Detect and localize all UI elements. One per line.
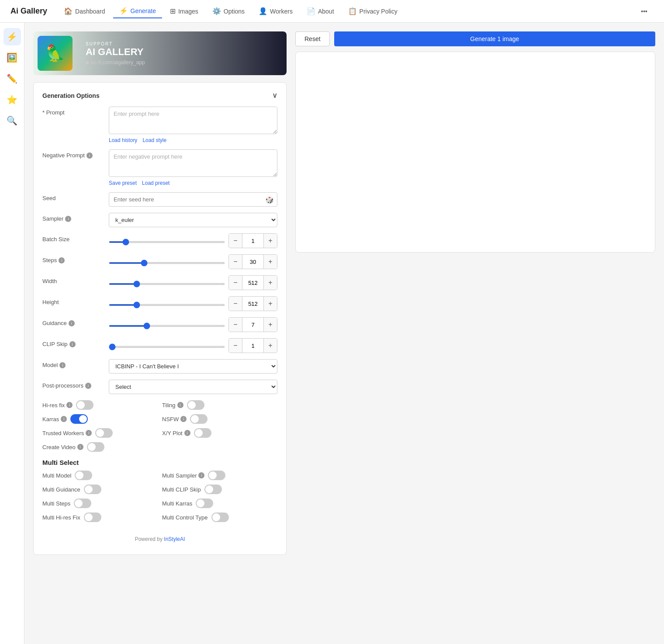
model-control: ICBINP - I Can't Believe I Stable Diffus… xyxy=(109,359,277,374)
tiling-toggle[interactable] xyxy=(187,400,204,410)
create-video-info-icon[interactable]: i xyxy=(77,444,83,450)
multi-guidance-toggle[interactable] xyxy=(84,485,101,494)
support-banner[interactable]: 🦜 SUPPORT AI GALLERY ▶ ko-fi.com/aigalle… xyxy=(33,31,287,75)
steps-increment[interactable]: + xyxy=(264,255,277,269)
batch-size-input[interactable] xyxy=(242,234,264,248)
height-decrement[interactable]: − xyxy=(229,297,242,311)
batch-size-slider[interactable] xyxy=(109,241,225,243)
load-style-button[interactable]: Load style xyxy=(142,137,166,143)
model-select[interactable]: ICBINP - I Can't Believe I Stable Diffus… xyxy=(109,359,277,374)
hi-res-fix-toggle[interactable] xyxy=(76,400,93,410)
negative-prompt-info-icon[interactable]: i xyxy=(86,152,93,159)
save-preset-button[interactable]: Save preset xyxy=(109,180,137,186)
steps-info-icon[interactable]: i xyxy=(59,257,65,263)
hi-res-fix-info-icon[interactable]: i xyxy=(66,402,73,408)
nsfw-toggle[interactable] xyxy=(190,414,208,424)
width-decrement[interactable]: − xyxy=(229,276,242,290)
nav-items: 🏠 Dashboard ⚡ Generate ⊞ Images ⚙️ Optio… xyxy=(58,4,654,18)
width-input[interactable] xyxy=(242,276,264,290)
guidance-increment[interactable]: + xyxy=(264,318,277,332)
karras-info-icon[interactable]: i xyxy=(61,416,67,422)
width-slider[interactable] xyxy=(109,283,225,285)
post-processors-info-icon[interactable]: i xyxy=(85,383,91,389)
post-processors-select[interactable]: Select GFPGAN RealESRGAN_x4plus xyxy=(109,380,277,394)
sidebar-item-edit[interactable]: ✏️ xyxy=(3,70,21,87)
xy-plot-toggle[interactable] xyxy=(194,428,211,438)
footer: Powered by InStyleAI xyxy=(42,529,277,546)
steps-slider[interactable] xyxy=(109,262,225,264)
load-preset-button[interactable]: Load preset xyxy=(142,180,169,186)
workers-icon: 👤 xyxy=(259,7,267,15)
multi-clip-skip-toggle[interactable] xyxy=(204,485,222,494)
guidance-slider[interactable] xyxy=(109,325,225,327)
negative-prompt-textarea[interactable] xyxy=(109,149,277,177)
collapse-icon[interactable]: ∨ xyxy=(272,91,277,100)
height-increment[interactable]: + xyxy=(264,297,277,311)
sidebar-item-favorites[interactable]: ⭐ xyxy=(3,91,21,108)
prompt-control: Load history Load style xyxy=(109,107,277,143)
height-slider[interactable] xyxy=(109,304,225,306)
nav-images-label: Images xyxy=(178,8,198,15)
right-panel: Reset Generate 1 image xyxy=(295,31,655,635)
steps-input[interactable] xyxy=(242,255,264,269)
steps-slider-wrap xyxy=(109,258,225,265)
app-logo: Ai Gallery xyxy=(10,7,47,16)
multi-steps-toggle[interactable] xyxy=(74,499,91,508)
instyleai-link[interactable]: InStyleAI xyxy=(164,536,185,542)
clip-skip-input[interactable] xyxy=(242,339,264,353)
multi-sampler-info-icon[interactable]: i xyxy=(198,472,204,478)
trusted-workers-info-icon[interactable]: i xyxy=(86,430,92,436)
nav-privacy[interactable]: 📋 Privacy Policy xyxy=(342,4,404,18)
steps-decrement[interactable]: − xyxy=(229,255,242,269)
multi-karras-label: Multi Karras xyxy=(162,500,192,507)
guidance-info-icon[interactable]: i xyxy=(69,320,75,326)
dice-icon[interactable]: 🎲 xyxy=(265,195,274,204)
multi-model-toggle[interactable] xyxy=(75,471,92,480)
width-increment[interactable]: + xyxy=(264,276,277,290)
sidebar-item-images[interactable]: 🖼️ xyxy=(3,49,21,66)
nav-images[interactable]: ⊞ Images xyxy=(164,4,204,18)
karras-toggle[interactable] xyxy=(70,414,88,424)
tiling-info-icon[interactable]: i xyxy=(177,402,183,408)
trusted-workers-toggle[interactable] xyxy=(95,428,113,438)
model-info-icon[interactable]: i xyxy=(59,362,66,368)
karras-item: Karras i xyxy=(42,414,158,424)
nav-dashboard[interactable]: 🏠 Dashboard xyxy=(58,4,111,18)
load-history-button[interactable]: Load history xyxy=(109,137,137,143)
nsfw-info-icon[interactable]: i xyxy=(180,416,187,422)
generate-button[interactable]: Generate 1 image xyxy=(334,31,655,46)
negative-prompt-control: Save preset Load preset xyxy=(109,149,277,186)
multi-control-type-toggle[interactable] xyxy=(211,512,229,522)
nav-options[interactable]: ⚙️ Options xyxy=(206,4,251,18)
nav-options-label: Options xyxy=(224,8,245,15)
clip-skip-slider[interactable] xyxy=(109,346,225,348)
multi-clip-skip-label: Multi CLIP Skip xyxy=(162,486,201,493)
batch-size-increment[interactable]: + xyxy=(264,234,277,248)
nav-generate[interactable]: ⚡ Generate xyxy=(113,4,162,18)
sidebar-item-search-image[interactable]: 🔍 xyxy=(3,112,21,129)
guidance-input[interactable] xyxy=(242,318,264,332)
clip-skip-decrement[interactable]: − xyxy=(229,339,242,353)
sampler-row: Sampler i k_euler k_euler_a k_lms k_heun… xyxy=(42,213,277,227)
seed-input[interactable] xyxy=(109,192,277,207)
clip-skip-increment[interactable]: + xyxy=(264,339,277,353)
create-video-toggle[interactable] xyxy=(87,442,104,452)
nav-more-button[interactable]: ••• xyxy=(635,5,654,17)
prompt-textarea[interactable] xyxy=(109,107,277,134)
height-input[interactable] xyxy=(242,297,264,311)
multi-karras-toggle[interactable] xyxy=(196,499,213,508)
xy-plot-info-icon[interactable]: i xyxy=(184,430,190,436)
sidebar-item-generate[interactable]: ⚡ xyxy=(3,28,21,45)
multi-sampler-toggle[interactable] xyxy=(208,471,225,480)
sampler-select[interactable]: k_euler k_euler_a k_lms k_heun k_dpm_2 k… xyxy=(109,213,277,227)
sidebar-images-icon: 🖼️ xyxy=(7,52,17,63)
reset-button[interactable]: Reset xyxy=(295,31,330,46)
sampler-info-icon[interactable]: i xyxy=(65,216,71,222)
guidance-decrement[interactable]: − xyxy=(229,318,242,332)
multi-hires-toggle[interactable] xyxy=(84,512,101,522)
nav-workers[interactable]: 👤 Workers xyxy=(252,4,299,18)
batch-size-decrement[interactable]: − xyxy=(229,234,242,248)
clip-skip-info-icon[interactable]: i xyxy=(69,341,76,347)
nav-about[interactable]: 📄 About xyxy=(301,4,340,18)
multi-steps-label: Multi Steps xyxy=(42,500,70,507)
